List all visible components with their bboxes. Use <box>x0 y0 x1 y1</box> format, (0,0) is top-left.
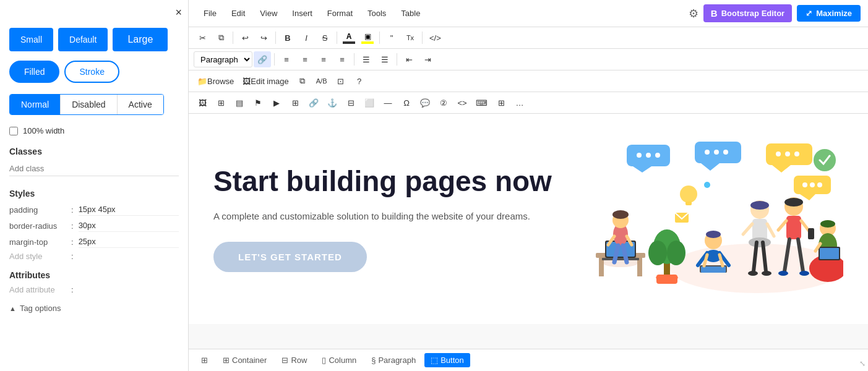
insert-flag-button[interactable]: ⚑ <box>249 95 267 111</box>
style-stroke-button[interactable]: Stroke <box>64 61 119 83</box>
code-button[interactable]: </> <box>426 30 445 46</box>
menu-edit[interactable]: Edit <box>224 4 252 23</box>
menu-table[interactable]: Table <box>393 4 428 23</box>
insert-code2-button[interactable]: <> <box>453 95 471 111</box>
breadcrumb-paragraph[interactable]: § Paragraph <box>365 353 422 367</box>
bold-button[interactable]: B <box>279 30 296 46</box>
cut-button[interactable]: ✂ <box>194 30 211 46</box>
svg-point-79 <box>802 182 807 187</box>
classes-input[interactable] <box>9 161 179 176</box>
svg-point-81 <box>817 182 822 187</box>
copy-button[interactable]: ⧉ <box>212 30 230 46</box>
insert-number-button[interactable]: ② <box>435 95 452 111</box>
svg-point-13 <box>776 151 781 156</box>
insert-badge-button[interactable]: ⊟ <box>342 95 359 111</box>
insert-link2-button[interactable]: 🔗 <box>305 95 322 111</box>
state-active-button[interactable]: Active <box>118 95 163 114</box>
insert-table-button[interactable]: ⊞ <box>286 95 304 111</box>
insert-image-button[interactable]: 🖼 <box>194 95 211 111</box>
maximize-button[interactable]: ⤢ Maximize <box>797 5 861 22</box>
bg-color-button[interactable]: ▣ <box>359 30 376 46</box>
insert-code2-icon: <> <box>457 98 466 108</box>
breadcrumb-row[interactable]: ⊟ Row <box>275 353 313 367</box>
gear-button[interactable]: ⚙ <box>689 7 698 20</box>
style-padding-value[interactable]: 15px 45px <box>79 203 179 216</box>
breadcrumb-layout-icon[interactable]: ⊞ <box>195 353 214 367</box>
size-small-button[interactable]: Small <box>9 28 53 51</box>
breadcrumb-column[interactable]: ▯ Column <box>316 353 363 367</box>
layout-icon: ⊞ <box>201 356 208 365</box>
insert-divider-button[interactable]: — <box>379 95 397 111</box>
insert-media2-button[interactable]: ▤ <box>231 95 248 111</box>
insert-anchor-button[interactable]: ⚓ <box>324 95 341 111</box>
container-icon: ⊞ <box>223 356 230 365</box>
style-border-radius-value[interactable]: 30px <box>79 220 179 232</box>
clear-format-icon: Tx <box>406 34 414 41</box>
indent-button[interactable]: ⇥ <box>419 51 436 67</box>
breadcrumb-button[interactable]: ⬚ Button <box>424 353 470 367</box>
browse-button[interactable]: 📁 Browse <box>194 73 238 89</box>
style-filled-button[interactable]: Filled <box>9 61 59 83</box>
maximize-label: Maximize <box>816 9 852 18</box>
ordered-list-button[interactable]: ☰ <box>376 51 393 67</box>
align-right-button[interactable]: ≡ <box>315 51 332 67</box>
canvas-cta-button[interactable]: LET'S GET STARTED <box>213 242 367 272</box>
state-normal-button[interactable]: Normal <box>10 95 60 114</box>
blockquote-button[interactable]: " <box>383 30 400 46</box>
container-label: Container <box>232 356 267 365</box>
insert-box-button[interactable]: ⬜ <box>361 95 378 111</box>
paragraph-select[interactable]: Paragraph <box>194 51 252 67</box>
insert-video-button[interactable]: ▶ <box>268 95 285 111</box>
link-button[interactable]: 🔗 <box>254 51 271 67</box>
width-checkbox-row: 100% width <box>9 126 179 135</box>
undo-button[interactable]: ↩ <box>236 30 254 46</box>
close-button[interactable]: × <box>175 6 182 19</box>
insert-number-icon: ② <box>440 98 447 108</box>
breadcrumb-container[interactable]: ⊞ Container <box>217 353 273 367</box>
size-default-button[interactable]: Default <box>58 28 108 51</box>
translate-button[interactable]: A/B <box>312 73 331 89</box>
svg-rect-47 <box>701 267 726 273</box>
svg-point-61 <box>784 198 803 207</box>
clear-format-button[interactable]: Tx <box>402 30 419 46</box>
menu-view[interactable]: View <box>252 4 285 23</box>
align-justify-button[interactable]: ≡ <box>333 51 351 67</box>
outdent-button[interactable]: ⇤ <box>400 51 418 67</box>
menu-format[interactable]: Format <box>320 4 360 23</box>
help-button[interactable]: ? <box>351 73 368 89</box>
align-center-button[interactable]: ≡ <box>296 51 314 67</box>
svg-point-5 <box>655 153 660 158</box>
unordered-list-button[interactable]: ☰ <box>358 51 375 67</box>
edit-image-button[interactable]: 🖼 Edit image <box>239 73 292 89</box>
style-margin-top-value[interactable]: 25px <box>79 236 179 248</box>
gear-icon: ⚙ <box>689 7 698 20</box>
menu-insert[interactable]: Insert <box>285 4 320 23</box>
menu-tools[interactable]: Tools <box>360 4 393 23</box>
divider-2 <box>275 32 276 44</box>
svg-rect-27 <box>602 258 639 260</box>
tag-options[interactable]: ▲ Tag options <box>9 304 179 313</box>
resize-handle[interactable]: ⤡ <box>859 357 866 369</box>
bootstrap-editor-button[interactable]: B Bootstrap Editor <box>703 4 792 22</box>
redo-button[interactable]: ↪ <box>255 30 272 46</box>
media-button[interactable]: ⊡ <box>332 73 350 89</box>
align-left-button[interactable]: ≡ <box>278 51 295 67</box>
redo-icon: ↪ <box>260 33 267 43</box>
menu-file[interactable]: File <box>196 4 224 23</box>
insert-image-icon: 🖼 <box>199 98 207 108</box>
cut-icon: ✂ <box>199 33 206 43</box>
strikethrough-button[interactable]: S <box>316 30 333 46</box>
insert-char-button[interactable]: Ω <box>398 95 415 111</box>
insert-grid-button[interactable]: ⊞ <box>492 95 510 111</box>
attributes-label: Attributes <box>9 270 179 280</box>
insert-gallery-button[interactable]: ⊞ <box>212 95 230 111</box>
text-color-button[interactable]: A <box>340 30 358 46</box>
italic-button[interactable]: I <box>298 30 315 46</box>
width-checkbox[interactable] <box>9 127 18 135</box>
insert-code3-button[interactable]: ⌨ <box>472 95 491 111</box>
state-disabled-button[interactable]: Disabled <box>60 95 117 114</box>
insert-bubble-button[interactable]: 💬 <box>416 95 434 111</box>
size-large-button[interactable]: Large <box>113 28 168 51</box>
clone-button[interactable]: ⧉ <box>294 73 311 89</box>
insert-more-button[interactable]: … <box>511 95 528 111</box>
